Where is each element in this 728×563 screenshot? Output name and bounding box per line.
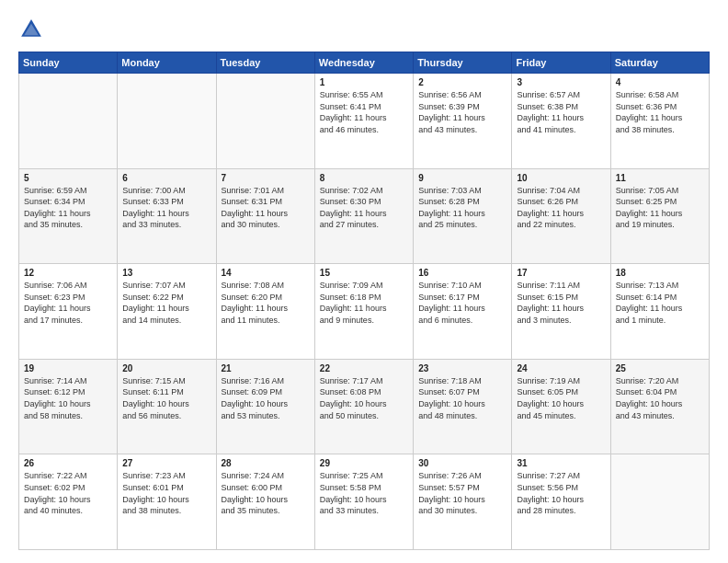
day-number: 2 [418,77,506,87]
calendar-cell: 3Sunrise: 6:57 AM Sunset: 6:38 PM Daylig… [512,74,610,169]
calendar-cell: 2Sunrise: 6:56 AM Sunset: 6:39 PM Daylig… [414,74,512,169]
calendar-cell: 9Sunrise: 7:03 AM Sunset: 6:28 PM Daylig… [414,168,512,264]
day-number: 20 [122,363,210,373]
day-info: Sunrise: 7:01 AM Sunset: 6:31 PM Dayligh… [222,185,310,231]
calendar-cell: 12Sunrise: 7:06 AM Sunset: 6:23 PM Dayli… [19,264,118,360]
calendar-row: 26Sunrise: 7:22 AM Sunset: 6:02 PM Dayli… [19,454,710,550]
page: SundayMondayTuesdayWednesdayThursdayFrid… [0,0,728,563]
day-info: Sunrise: 7:23 AM Sunset: 6:01 PM Dayligh… [122,470,210,516]
day-number: 14 [222,268,310,278]
day-info: Sunrise: 7:00 AM Sunset: 6:33 PM Dayligh… [122,185,210,231]
day-number: 17 [517,268,605,278]
day-info: Sunrise: 6:59 AM Sunset: 6:34 PM Dayligh… [24,185,112,231]
day-number: 7 [222,173,310,183]
calendar-cell: 1Sunrise: 6:55 AM Sunset: 6:41 PM Daylig… [314,74,413,169]
day-info: Sunrise: 7:06 AM Sunset: 6:23 PM Dayligh… [24,280,112,326]
calendar-cell: 4Sunrise: 6:58 AM Sunset: 6:36 PM Daylig… [610,74,709,169]
weekday-header: Saturday [610,52,709,74]
day-info: Sunrise: 7:11 AM Sunset: 6:15 PM Dayligh… [517,280,605,326]
calendar-cell: 10Sunrise: 7:04 AM Sunset: 6:26 PM Dayli… [512,168,610,264]
calendar-cell: 8Sunrise: 7:02 AM Sunset: 6:30 PM Daylig… [314,168,413,264]
weekday-header: Monday [118,52,216,74]
calendar-cell: 15Sunrise: 7:09 AM Sunset: 6:18 PM Dayli… [314,264,413,360]
logo-icon [18,17,44,42]
day-number: 10 [517,173,605,183]
calendar-cell: 31Sunrise: 7:27 AM Sunset: 5:56 PM Dayli… [512,454,610,550]
day-number: 15 [320,268,408,278]
calendar-cell: 5Sunrise: 6:59 AM Sunset: 6:34 PM Daylig… [19,168,118,264]
day-info: Sunrise: 7:17 AM Sunset: 6:08 PM Dayligh… [320,375,408,421]
logo [18,17,48,42]
weekday-header: Wednesday [314,52,413,74]
day-number: 27 [122,458,210,468]
day-number: 3 [517,77,605,87]
day-number: 28 [222,458,310,468]
calendar-cell: 7Sunrise: 7:01 AM Sunset: 6:31 PM Daylig… [216,168,314,264]
calendar-row: 1Sunrise: 6:55 AM Sunset: 6:41 PM Daylig… [19,74,710,169]
weekday-header: Friday [512,52,610,74]
calendar-cell: 13Sunrise: 7:07 AM Sunset: 6:22 PM Dayli… [118,264,216,360]
day-info: Sunrise: 7:09 AM Sunset: 6:18 PM Dayligh… [320,280,408,326]
calendar-cell [19,74,118,169]
day-number: 5 [24,173,112,183]
calendar-cell: 11Sunrise: 7:05 AM Sunset: 6:25 PM Dayli… [610,168,709,264]
calendar-cell [216,74,314,169]
day-info: Sunrise: 7:18 AM Sunset: 6:07 PM Dayligh… [418,375,506,421]
day-number: 31 [517,458,605,468]
calendar-cell: 17Sunrise: 7:11 AM Sunset: 6:15 PM Dayli… [512,264,610,360]
day-number: 8 [320,173,408,183]
day-number: 6 [122,173,210,183]
day-info: Sunrise: 7:14 AM Sunset: 6:12 PM Dayligh… [24,375,112,421]
day-info: Sunrise: 7:10 AM Sunset: 6:17 PM Dayligh… [418,280,506,326]
day-info: Sunrise: 7:08 AM Sunset: 6:20 PM Dayligh… [222,280,310,326]
day-info: Sunrise: 7:07 AM Sunset: 6:22 PM Dayligh… [122,280,210,326]
day-number: 24 [517,363,605,373]
day-number: 13 [122,268,210,278]
day-number: 16 [418,268,506,278]
day-info: Sunrise: 6:55 AM Sunset: 6:41 PM Dayligh… [320,89,408,135]
day-info: Sunrise: 6:58 AM Sunset: 6:36 PM Dayligh… [616,89,704,135]
calendar-row: 19Sunrise: 7:14 AM Sunset: 6:12 PM Dayli… [19,359,710,454]
calendar-table: SundayMondayTuesdayWednesdayThursdayFrid… [18,52,710,550]
day-number: 25 [616,363,704,373]
calendar-cell: 20Sunrise: 7:15 AM Sunset: 6:11 PM Dayli… [118,359,216,454]
day-number: 19 [24,363,112,373]
day-number: 11 [616,173,704,183]
header [18,17,710,42]
calendar-cell [610,454,709,550]
calendar-cell: 26Sunrise: 7:22 AM Sunset: 6:02 PM Dayli… [19,454,118,550]
calendar-header-row: SundayMondayTuesdayWednesdayThursdayFrid… [19,52,710,74]
day-info: Sunrise: 7:15 AM Sunset: 6:11 PM Dayligh… [122,375,210,421]
calendar-cell: 25Sunrise: 7:20 AM Sunset: 6:04 PM Dayli… [610,359,709,454]
calendar-cell: 24Sunrise: 7:19 AM Sunset: 6:05 PM Dayli… [512,359,610,454]
calendar-cell: 29Sunrise: 7:25 AM Sunset: 5:58 PM Dayli… [314,454,413,550]
day-info: Sunrise: 7:26 AM Sunset: 5:57 PM Dayligh… [418,470,506,516]
day-number: 1 [320,77,408,87]
calendar-cell: 28Sunrise: 7:24 AM Sunset: 6:00 PM Dayli… [216,454,314,550]
day-info: Sunrise: 7:04 AM Sunset: 6:26 PM Dayligh… [517,185,605,231]
calendar-cell: 22Sunrise: 7:17 AM Sunset: 6:08 PM Dayli… [314,359,413,454]
weekday-header: Sunday [19,52,118,74]
calendar-row: 5Sunrise: 6:59 AM Sunset: 6:34 PM Daylig… [19,168,710,264]
day-info: Sunrise: 7:22 AM Sunset: 6:02 PM Dayligh… [24,470,112,516]
calendar-cell: 23Sunrise: 7:18 AM Sunset: 6:07 PM Dayli… [414,359,512,454]
day-info: Sunrise: 7:13 AM Sunset: 6:14 PM Dayligh… [616,280,704,326]
calendar-cell: 27Sunrise: 7:23 AM Sunset: 6:01 PM Dayli… [118,454,216,550]
day-info: Sunrise: 7:19 AM Sunset: 6:05 PM Dayligh… [517,375,605,421]
day-info: Sunrise: 7:24 AM Sunset: 6:00 PM Dayligh… [222,470,310,516]
calendar-cell: 18Sunrise: 7:13 AM Sunset: 6:14 PM Dayli… [610,264,709,360]
calendar-cell [118,74,216,169]
day-number: 4 [616,77,704,87]
day-info: Sunrise: 7:16 AM Sunset: 6:09 PM Dayligh… [222,375,310,421]
day-info: Sunrise: 7:02 AM Sunset: 6:30 PM Dayligh… [320,185,408,231]
calendar-cell: 6Sunrise: 7:00 AM Sunset: 6:33 PM Daylig… [118,168,216,264]
day-number: 23 [418,363,506,373]
day-number: 26 [24,458,112,468]
calendar-cell: 19Sunrise: 7:14 AM Sunset: 6:12 PM Dayli… [19,359,118,454]
weekday-header: Thursday [414,52,512,74]
calendar-row: 12Sunrise: 7:06 AM Sunset: 6:23 PM Dayli… [19,264,710,360]
day-number: 21 [222,363,310,373]
day-info: Sunrise: 6:56 AM Sunset: 6:39 PM Dayligh… [418,89,506,135]
day-number: 12 [24,268,112,278]
weekday-header: Tuesday [216,52,314,74]
